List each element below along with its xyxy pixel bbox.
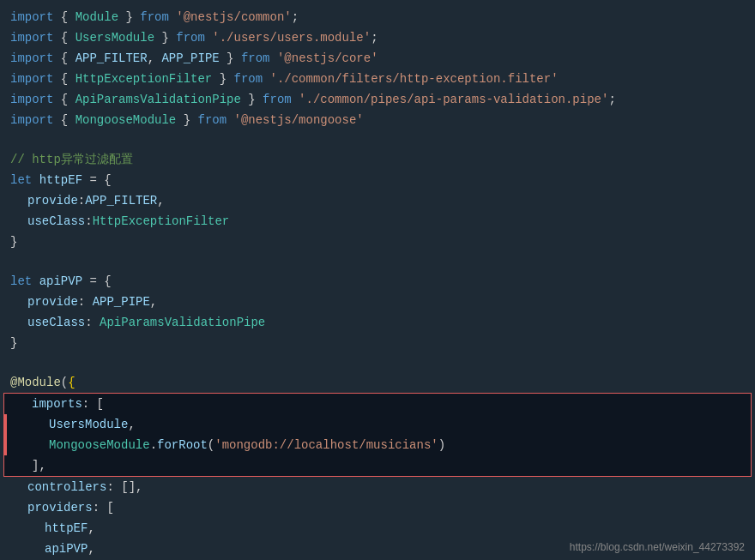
code-line-3: import { APP_FILTER , APP_PIPE } from '@…: [0, 48, 755, 69]
code-line-6: import { MongooseModule } from '@nestjs/…: [0, 110, 755, 130]
code-line-10: provide : APP_FILTER ,: [0, 190, 755, 211]
code-line-11: useClass : HttpExceptionFilter: [0, 211, 755, 232]
code-line-26: httpEF ,: [0, 518, 755, 539]
code-line-5: import { ApiParamsValidationPipe } from …: [0, 89, 755, 110]
code-line-17: }: [0, 333, 755, 353]
highlighted-block: imports : [ UsersModule , MongooseModule…: [3, 393, 752, 477]
code-line-9: let httpEF = {: [0, 170, 755, 190]
code-line-20: imports : [: [4, 394, 751, 414]
watermark: https://blog.csdn.net/weixin_44273392: [570, 541, 745, 553]
code-line-25: providers : [: [0, 497, 755, 518]
code-line-14: let apiPVP = {: [0, 271, 755, 292]
code-line-23: ],: [4, 455, 751, 476]
code-line-21: UsersModule ,: [4, 414, 751, 435]
code-line-16: useClass : ApiParamsValidationPipe: [0, 312, 755, 333]
code-editor: import { Module } from '@nestjs/common' …: [0, 0, 755, 560]
code-line-4: import { HttpExceptionFilter } from './c…: [0, 69, 755, 89]
code-line-22: MongooseModule . forRoot ( 'mongodb://lo…: [4, 435, 751, 455]
code-line-8: // http异常过滤配置: [0, 149, 755, 170]
code-line-12: }: [0, 232, 755, 252]
code-line-19: @Module ( {: [0, 372, 755, 393]
empty-line-13: [0, 252, 755, 271]
code-line-2: import { UsersModule } from './users/use…: [0, 27, 755, 48]
token-import: import: [10, 8, 53, 27]
code-line-1: import { Module } from '@nestjs/common' …: [0, 7, 755, 27]
code-line-24: controllers : [],: [0, 477, 755, 497]
empty-line-18: [0, 353, 755, 372]
code-line-15: provide : APP_PIPE ,: [0, 292, 755, 312]
empty-line-7: [0, 130, 755, 149]
